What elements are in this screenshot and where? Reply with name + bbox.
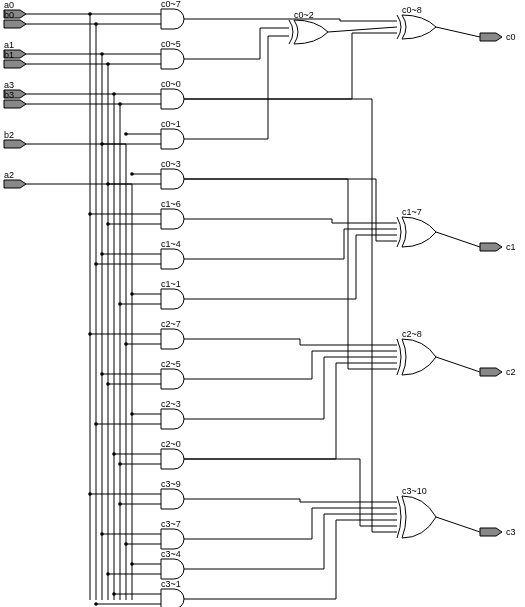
b2-pin xyxy=(4,140,26,148)
svg-point-33 xyxy=(130,172,134,176)
c0_5 xyxy=(161,49,184,69)
c0_5-label: c0~5 xyxy=(161,39,181,49)
svg-line-83 xyxy=(436,357,480,372)
c3_9 xyxy=(161,489,184,509)
svg-point-57 xyxy=(130,412,134,416)
c2-label: c2 xyxy=(506,367,516,377)
svg-point-27 xyxy=(118,102,122,106)
svg-point-35 xyxy=(106,182,110,186)
c2_3 xyxy=(161,409,184,429)
svg-line-81 xyxy=(436,27,480,37)
c2_0-label: c2~0 xyxy=(161,439,181,449)
svg-point-47 xyxy=(118,302,122,306)
c3-pin xyxy=(480,528,502,536)
c3-label: c3 xyxy=(506,527,516,537)
svg-point-21 xyxy=(100,52,104,56)
c1_1-label: c1~1 xyxy=(161,279,181,289)
svg-point-25 xyxy=(112,92,116,96)
svg-point-61 xyxy=(112,452,116,456)
a2-label: a2 xyxy=(4,170,14,180)
c3_10-label: c3~10 xyxy=(402,486,427,496)
svg-point-41 xyxy=(100,252,104,256)
c2_7-label: c2~7 xyxy=(161,319,181,329)
svg-point-23 xyxy=(106,62,110,66)
c1_6 xyxy=(161,209,184,229)
c2_8-label: c2~8 xyxy=(402,329,422,339)
c0_0 xyxy=(161,89,184,109)
c2_5 xyxy=(161,369,184,389)
c2_5-label: c2~5 xyxy=(161,359,181,369)
svg-point-65 xyxy=(88,492,92,496)
svg-point-75 xyxy=(106,572,110,576)
svg-point-71 xyxy=(124,542,128,546)
c3_4 xyxy=(161,559,184,579)
svg-point-19 xyxy=(94,22,98,26)
svg-line-80 xyxy=(328,27,397,32)
svg-point-51 xyxy=(124,342,128,346)
c3_7-label: c3~7 xyxy=(161,519,181,529)
a2-pin xyxy=(4,180,26,188)
a1-label: a1 xyxy=(4,40,14,50)
c1_7o-label: c1~7 xyxy=(402,207,422,217)
c3_4-label: c3~4 xyxy=(161,549,181,559)
svg-point-45 xyxy=(130,292,134,296)
svg-point-17 xyxy=(88,12,92,16)
c1-label: c1 xyxy=(506,242,516,252)
c1-pin xyxy=(480,243,502,251)
c0-label: c0 xyxy=(506,32,516,42)
b1-pin xyxy=(4,60,26,68)
c0_8-label: c0~8 xyxy=(402,5,422,15)
c0_0-label: c0~0 xyxy=(161,79,181,89)
c0_3-label: c0~3 xyxy=(161,159,181,169)
svg-point-43 xyxy=(94,262,98,266)
svg-point-39 xyxy=(106,222,110,226)
c0_7 xyxy=(161,9,184,29)
a3-label: a3 xyxy=(4,80,14,90)
svg-point-29 xyxy=(124,132,128,136)
svg-line-82 xyxy=(436,232,480,247)
c1_4-label: c1~4 xyxy=(161,239,181,249)
b1-label: b1 xyxy=(4,50,14,60)
c0-pin xyxy=(480,33,502,41)
c1_1 xyxy=(161,289,184,309)
c0_1 xyxy=(161,129,184,149)
b3-pin xyxy=(4,100,26,108)
svg-point-59 xyxy=(94,422,98,426)
c1_4 xyxy=(161,249,184,269)
c2_7 xyxy=(161,329,184,349)
svg-point-73 xyxy=(130,562,134,566)
svg-point-55 xyxy=(106,382,110,386)
b3-label: b3 xyxy=(4,90,14,100)
c0_2 xyxy=(294,20,328,44)
svg-point-67 xyxy=(118,502,122,506)
b0-label: b0 xyxy=(4,10,14,20)
svg-point-63 xyxy=(118,462,122,466)
c2-pin xyxy=(480,368,502,376)
c1_6-label: c1~6 xyxy=(161,199,181,209)
svg-point-77 xyxy=(112,592,116,596)
c3_10 xyxy=(402,496,436,538)
c3_1-label: c3~1 xyxy=(161,579,181,589)
b0-pin xyxy=(4,20,26,28)
c0_8 xyxy=(402,15,436,39)
svg-point-69 xyxy=(100,532,104,536)
c3_9-label: c3~9 xyxy=(161,479,181,489)
svg-point-79 xyxy=(94,602,98,606)
svg-line-84 xyxy=(436,517,480,532)
svg-point-53 xyxy=(100,372,104,376)
b2-label: b2 xyxy=(4,130,14,140)
c1_7o xyxy=(402,217,436,247)
c2_3-label: c2~3 xyxy=(161,399,181,409)
c0_7-label: c0~7 xyxy=(161,0,181,9)
svg-point-37 xyxy=(88,212,92,216)
c0_1-label: c0~1 xyxy=(161,119,181,129)
svg-point-31 xyxy=(100,142,104,146)
c3_7 xyxy=(161,529,184,549)
c0_3 xyxy=(161,169,184,189)
a0-label: a0 xyxy=(4,0,14,10)
svg-point-49 xyxy=(88,332,92,336)
c2_0 xyxy=(161,449,184,469)
c3_1 xyxy=(161,589,184,607)
c2_8 xyxy=(402,339,436,375)
